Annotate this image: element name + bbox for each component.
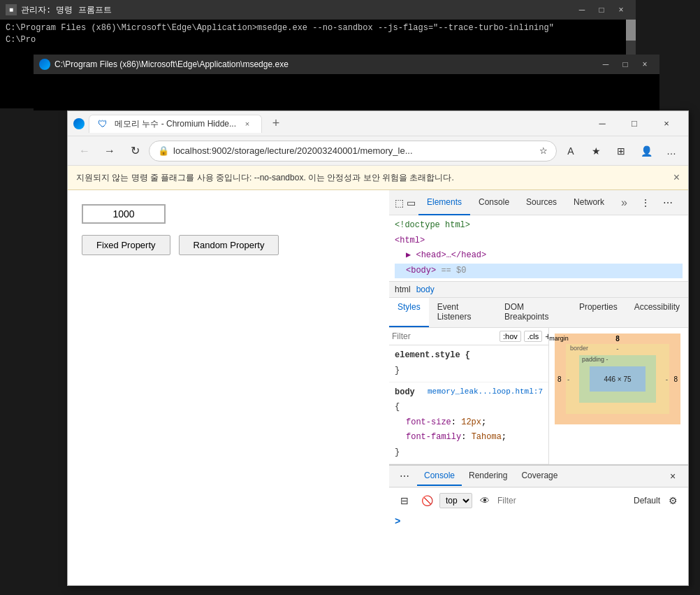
css-open-brace-body: {	[395, 400, 543, 415]
console-ban-button[interactable]: 🚫	[417, 491, 437, 510]
console-default-label: Default	[634, 496, 660, 506]
star-icon[interactable]: ☆	[539, 145, 548, 156]
cmd-content-1: C:\Program Files (x86)\Microsoft\Edge\Ap…	[0, 20, 636, 49]
browser-close-button[interactable]: ×	[650, 111, 683, 136]
edge-cmd-maximize-button[interactable]: □	[616, 57, 634, 71]
devtools-settings-button[interactable]: ⋮	[636, 193, 655, 213]
breadcrumb-html[interactable]: html	[395, 285, 411, 294]
cmd1-close-button[interactable]: ×	[612, 3, 630, 17]
refresh-button[interactable]: ↻	[124, 140, 146, 162]
new-tab-button[interactable]: +	[266, 114, 286, 134]
margin-left-value: 8	[557, 375, 562, 383]
border-right-dash: -	[666, 375, 668, 383]
console-tab-coverage[interactable]: Coverage	[514, 466, 564, 486]
profile-button[interactable]: 👤	[635, 140, 657, 162]
console-content: >	[389, 513, 688, 555]
back-button[interactable]: ←	[73, 140, 96, 162]
sub-tab-styles[interactable]: Styles	[389, 298, 429, 327]
devtools-inspect-button[interactable]: ⬚	[395, 193, 404, 213]
browser-toolbar: ← → ↻ 🔒 localhost:9002/storage/lecture/2…	[68, 136, 688, 166]
box-content: 446 × 75	[590, 366, 646, 392]
sub-tab-accessibility[interactable]: Accessibility	[626, 298, 688, 327]
button-row: Fixed Property Random Property	[82, 235, 375, 255]
devtools-close-button[interactable]: ×	[680, 193, 688, 213]
sub-tab-event-listeners[interactable]: Event Listeners	[429, 298, 496, 327]
css-body-block: body memory_leak...loop.html:7 { font-si…	[389, 382, 548, 464]
edge-cmd-window: C:\Program Files (x86)\Microsoft\Edge\Ap…	[34, 55, 659, 110]
css-prop-font-size: font-size: 12px;	[406, 415, 543, 431]
console-tab-rendering[interactable]: Rendering	[462, 466, 514, 486]
tab-elements[interactable]: Elements	[418, 190, 470, 215]
console-sidebar-toggle[interactable]: ⊟	[395, 491, 414, 510]
devtools-sub-tabs: Styles Event Listeners DOM Breakpoints P…	[389, 298, 688, 328]
cmd1-maximize-button[interactable]: □	[592, 3, 611, 17]
address-bar[interactable]: 🔒 localhost:9002/storage/lecture/2020032…	[149, 141, 557, 162]
devtools-toolbar-right: ⋮ ⋯ ×	[636, 193, 688, 213]
styles-filter-row: :hov .cls +	[389, 328, 548, 345]
console-filter-input[interactable]	[497, 496, 631, 506]
console-close-button[interactable]: ×	[663, 466, 683, 486]
browser-tab-active[interactable]: 🛡 메모리 누수 - Chromium Hidde... ×	[89, 115, 262, 133]
padding-label: padding -	[582, 356, 608, 363]
margin-top-value: 8	[615, 335, 620, 343]
console-eye-button[interactable]: 👁	[475, 491, 495, 510]
sub-tab-properties[interactable]: Properties	[571, 298, 626, 327]
warning-close-button[interactable]: ×	[673, 171, 680, 184]
console-bottom-bar: ⊟ 🚫 top 👁 Default ⚙	[389, 487, 688, 513]
browser-maximize-button[interactable]: □	[618, 111, 650, 136]
edge-logo-icon	[39, 59, 50, 70]
devtools-more-options-button[interactable]: ⋯	[658, 193, 678, 213]
tab-title: 메모리 누수 - Chromium Hidde...	[115, 118, 236, 130]
warning-text: 지원되지 않는 명령 줄 플래그를 사용 중입니다: --no-sandbox.…	[76, 172, 454, 184]
page-content: Fixed Property Random Property	[68, 190, 389, 555]
styles-filter-input[interactable]	[392, 331, 497, 341]
forward-button[interactable]: →	[99, 140, 121, 162]
css-close-brace-1: }	[395, 364, 543, 379]
devtools-device-button[interactable]: ▭	[407, 193, 416, 213]
tab-sources[interactable]: Sources	[518, 190, 565, 215]
tree-body[interactable]: <body> == $0	[395, 264, 683, 279]
value-input[interactable]	[82, 204, 166, 224]
box-padding: padding - 446 × 75	[579, 355, 656, 403]
hov-button[interactable]: :hov	[500, 331, 521, 342]
sub-tab-dom-breakpoints[interactable]: DOM Breakpoints	[496, 298, 571, 327]
breadcrumb-body[interactable]: body	[416, 285, 435, 294]
translate-button[interactable]: A	[560, 140, 582, 162]
tab-close-button[interactable]: ×	[242, 118, 253, 129]
edge-cmd-close-button[interactable]: ×	[636, 57, 654, 71]
toolbar-icons: A ★ ⊞ 👤 …	[560, 140, 683, 162]
css-body-selector: body memory_leak...loop.html:7	[395, 385, 543, 401]
cmd-scrollbar-thumb[interactable]	[626, 20, 636, 41]
styles-and-boxmodel: :hov .cls + element.style { } body memor…	[389, 328, 688, 464]
tree-html[interactable]: <html>	[395, 234, 683, 249]
console-settings-button[interactable]: ⚙	[663, 491, 683, 510]
collections-button[interactable]: ⊞	[610, 140, 632, 162]
cmd-icon: ■	[6, 4, 17, 15]
browser-minimize-button[interactable]: ─	[586, 111, 618, 136]
browser-edge-logo	[73, 118, 85, 129]
cls-button[interactable]: .cls	[524, 331, 543, 342]
console-more-button[interactable]: ⋯	[395, 466, 414, 486]
more-button[interactable]: …	[660, 140, 683, 162]
box-border: border - - - padding - 446 × 75	[566, 344, 669, 414]
css-selector-element-style: element.style {	[395, 348, 543, 364]
devtools-more-tabs-button[interactable]: »	[615, 194, 633, 212]
console-context-select[interactable]: top	[439, 493, 472, 508]
html-tree: <!doctype html> <html> ▶ <head>…</head> …	[389, 215, 688, 281]
css-element-style-block: element.style { }	[389, 345, 548, 382]
fixed-property-button[interactable]: Fixed Property	[82, 235, 170, 255]
console-tab-console[interactable]: Console	[417, 466, 462, 486]
console-prompt: >	[395, 516, 400, 527]
border-left-dash: -	[567, 375, 569, 383]
edge-cmd-minimize-button[interactable]: ─	[597, 57, 615, 71]
tab-console[interactable]: Console	[470, 190, 518, 215]
cmd1-minimize-button[interactable]: ─	[573, 3, 591, 17]
devtools-main-tabs: Elements Console Sources Network	[418, 190, 613, 215]
tab-network[interactable]: Network	[565, 190, 613, 215]
devtools-panel: ⬚ ▭ Elements Console Sources Network » ⋮…	[389, 190, 688, 555]
tree-head[interactable]: ▶ <head>…</head>	[395, 248, 683, 264]
browser-content-wrapper: Fixed Property Random Property ⬚ ▭ Eleme…	[68, 190, 688, 555]
random-property-button[interactable]: Random Property	[179, 235, 279, 255]
css-prop-font-family: font-family: Tahoma;	[406, 430, 543, 445]
favorites-button[interactable]: ★	[585, 140, 607, 162]
